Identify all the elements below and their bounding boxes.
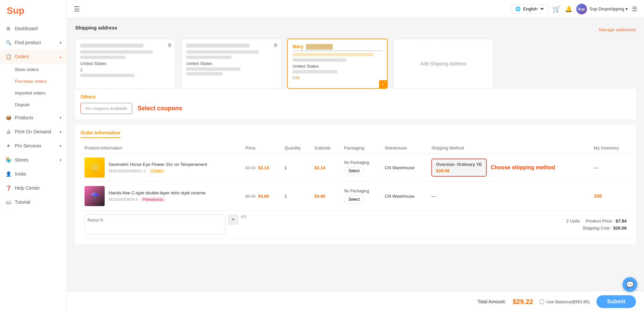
chevron-down-icon: ▾ xyxy=(60,144,61,148)
address-1-country: United States xyxy=(80,61,171,66)
col-product-info: Product information xyxy=(80,143,241,153)
address-card-3[interactable]: Mary ████████ United States Edit ✓ xyxy=(287,39,388,89)
others-title: Others xyxy=(80,94,631,100)
chevron-down-icon: ▾ xyxy=(60,158,61,162)
user-name: Sup Dropshipping xyxy=(590,6,624,11)
sidebar-item-store-orders[interactable]: Store orders xyxy=(0,64,67,75)
col-shipping-method: Shipping Method xyxy=(427,143,590,153)
address-selected-check: ✓ xyxy=(379,80,387,88)
brand-name: Sup xyxy=(7,5,24,16)
sidebar-item-dashboard[interactable]: ⊞ Dashboard xyxy=(0,21,67,36)
manage-addresses-link[interactable]: Manage addresses xyxy=(599,27,636,32)
chevron-down-icon: ▾ xyxy=(60,130,61,134)
product-1-shipping-method-name: Oversize- Ordinary YE xyxy=(436,162,482,167)
sidebar-item-dispute[interactable]: Dispute xyxy=(0,99,67,111)
product-2-name: Hands-free C-type double-layer retro sty… xyxy=(109,190,206,195)
chevron-down-icon: ▾ xyxy=(60,116,61,120)
sidebar-item-imported-orders[interactable]: Imported orders xyxy=(0,87,67,99)
col-my-inventory: My Inventory xyxy=(590,143,631,153)
address-card-1[interactable]: 🗑 United States 1 xyxy=(75,39,176,89)
bell-icon[interactable]: 🔔 xyxy=(565,5,572,13)
coupon-box[interactable]: No coupons available xyxy=(80,103,132,114)
product-1-price-current: $3.14 xyxy=(258,165,269,170)
edit-address-3-button[interactable]: Edit xyxy=(292,75,300,80)
chevron-down-icon: ▾ xyxy=(626,6,628,11)
sidebar-item-purchase-orders[interactable]: Purchase orders xyxy=(0,75,67,87)
language-dropdown[interactable]: English Chinese Spanish xyxy=(522,6,545,12)
user-menu[interactable]: Sup Dropshipping ▾ xyxy=(590,6,628,11)
product-1-name: Geometric Horse Eye Flower Zirc on Tempe… xyxy=(109,162,207,167)
col-packaging: Packaging xyxy=(340,143,381,153)
sidebar-item-invite[interactable]: 👤 Invite xyxy=(0,167,67,181)
remark-input[interactable] xyxy=(85,214,225,235)
sidebar-item-label: Pro Services xyxy=(15,143,56,148)
product-2-packaging-select-button[interactable]: Select xyxy=(344,195,364,203)
sidebar-item-pro-services[interactable]: ✦ Pro Services ▾ xyxy=(0,139,67,153)
sidebar-item-help-center[interactable]: ❓ Help Center xyxy=(0,181,67,195)
invite-icon: 👤 xyxy=(5,171,11,177)
chat-bubble-button[interactable]: 💬 xyxy=(623,277,637,292)
print-icon: 🖨 xyxy=(5,129,11,135)
add-address-button[interactable]: Add Shipping Address xyxy=(393,39,494,89)
sidebar-nav: ⊞ Dashboard 🔍 Find product ▾ 📋 Orders ▴ … xyxy=(0,21,67,312)
summary-shipping: Shipping Cost : $26.08 xyxy=(431,226,627,231)
sidebar-item-find-product[interactable]: 🔍 Find product ▾ xyxy=(0,36,67,50)
use-balance-label[interactable]: Use Balance($993.85) xyxy=(540,299,589,304)
sidebar-item-label: Invite xyxy=(15,171,61,177)
col-price: Price xyxy=(241,143,280,153)
col-quantity: Quantity xyxy=(280,143,310,153)
summary-units: 2 Units Product Price : $7.94 xyxy=(431,219,627,224)
sidebar-item-products[interactable]: 📦 Products ▾ xyxy=(0,111,67,125)
sub-item-label: Imported orders xyxy=(15,90,46,96)
product-2-packaging: No Packaging xyxy=(344,189,377,193)
shipping-section-header: Shipping address Manage addresses xyxy=(75,25,636,35)
help-icon: ❓ xyxy=(5,185,11,191)
use-balance-checkbox[interactable] xyxy=(540,300,544,304)
product-1-shipping-method-box[interactable]: Oversize- Ordinary YE $26.08 xyxy=(431,159,487,177)
product-1-shipping-cell: Oversize- Ordinary YE $26.08 Choose ship… xyxy=(431,159,586,177)
address-1-num: 1 xyxy=(80,67,171,72)
sidebar-item-orders[interactable]: 📋 Orders ▴ xyxy=(0,50,67,64)
order-info-title: Order Information xyxy=(80,130,120,138)
sidebar-item-label: Find product xyxy=(15,40,56,45)
delete-address-2-button[interactable]: 🗑 xyxy=(273,42,278,48)
remark-add-button[interactable]: + xyxy=(228,214,238,225)
header-menu-icon[interactable]: ☰ xyxy=(632,5,637,13)
product-1-packaging: No Packaging xyxy=(344,160,377,165)
address-3-name: Mary ████████ xyxy=(292,44,382,51)
orders-icon: 📋 xyxy=(5,54,11,60)
product-2-inventory: 100 xyxy=(594,193,602,199)
delete-address-1-button[interactable]: 🗑 xyxy=(167,42,172,48)
globe-icon: 🌐 xyxy=(515,6,521,11)
sidebar-item-print-on-demand[interactable]: 🖨 Print On Demand ▾ xyxy=(0,125,67,139)
remark-area: + 0/5 xyxy=(85,214,423,235)
sub-item-label: Purchase orders xyxy=(15,79,47,84)
table-row: ☂️ Hands-free C-type double-layer retro … xyxy=(80,182,631,210)
sub-item-label: Store orders xyxy=(15,67,39,72)
product-1-shipping-method-price: $26.08 xyxy=(436,168,482,173)
product-2-price-original: $5.99 xyxy=(246,194,256,199)
search-icon: 🔍 xyxy=(5,40,11,46)
total-label: Total Amount: xyxy=(477,299,506,304)
product-1-price-original: $3.92 xyxy=(246,166,256,170)
sidebar-item-tutorial[interactable]: 📖 Tutorial xyxy=(0,195,67,209)
product-2-shipping-method: — xyxy=(427,182,590,210)
product-1-quantity: 1 xyxy=(280,153,310,182)
chevron-up-icon: ▴ xyxy=(60,55,61,59)
hamburger-icon[interactable]: ☰ xyxy=(74,5,80,13)
product-2-tag: Primadonna xyxy=(140,197,165,202)
choose-shipping-label: Choose shipping method xyxy=(491,165,555,171)
product-2-price-current: $4.80 xyxy=(258,194,269,199)
content-area: Shipping address Manage addresses 🗑 Unit… xyxy=(67,18,644,291)
product-1-packaging-select-button[interactable]: Select xyxy=(344,167,364,175)
sidebar-item-stores[interactable]: 🏪 Stores ▾ xyxy=(0,153,67,167)
submit-button[interactable]: Submit xyxy=(596,295,636,308)
address-card-2[interactable]: 🗑 United States xyxy=(181,39,282,89)
chevron-down-icon: ▾ xyxy=(60,41,61,45)
cart-icon[interactable]: 🛒 xyxy=(552,5,561,13)
address-2-country: United States xyxy=(186,61,277,66)
language-selector[interactable]: 🌐 English Chinese Spanish xyxy=(512,4,548,13)
product-1-thumbnail: 🪙 xyxy=(85,158,105,178)
product-1-sku: SD01301602495411-1 xyxy=(109,169,146,173)
pro-services-icon: ✦ xyxy=(5,143,11,149)
